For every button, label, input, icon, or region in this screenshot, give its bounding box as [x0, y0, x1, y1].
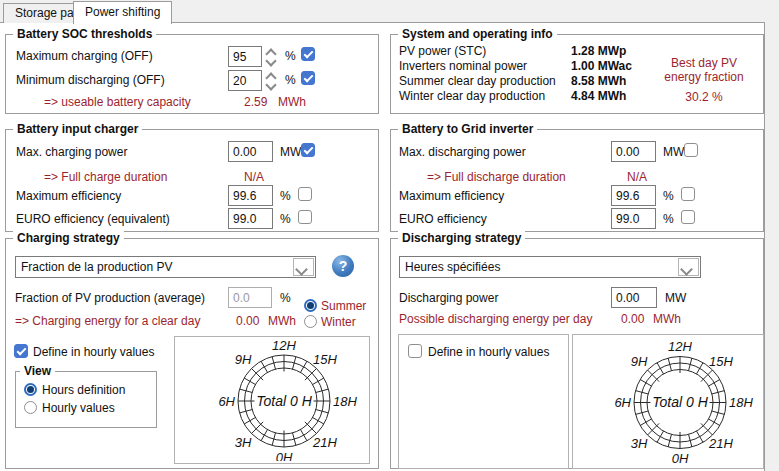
discharging-strategy-combobox[interactable]: Heures spécifiées	[399, 256, 701, 278]
hours-clock-diagram: 12H15H18H21H0H3H6H9HTotal 0 H	[175, 337, 367, 461]
max-charging-unit: %	[285, 49, 296, 63]
group-discharging-strategy: Discharging strategy Heures spécifiées D…	[390, 238, 764, 469]
view-hours-definition-radio[interactable]	[24, 383, 37, 396]
best-day-fraction-label: Best day PV energy fraction	[653, 56, 755, 84]
max-discharging-power-checkbox[interactable]	[684, 143, 698, 157]
season-winter-label: Winter	[321, 315, 356, 329]
group-title: Battery SOC thresholds	[13, 27, 156, 41]
define-hourly-checkbox[interactable]	[14, 344, 28, 358]
view-hourly-values-label: Hourly values	[42, 401, 115, 415]
max-charging-checkbox[interactable]	[301, 47, 315, 61]
max-efficiency-label: Maximum efficiency	[399, 189, 504, 203]
group-battery-input-charger: Battery input charger Max. charging powe…	[5, 129, 379, 232]
max-charging-power-input[interactable]	[228, 141, 273, 162]
svg-text:15H: 15H	[313, 352, 337, 367]
define-hourly-label: Define in hourly values	[33, 345, 154, 359]
combo-dropdown-button[interactable]	[293, 258, 314, 276]
euro-efficiency-label: EURO efficiency (equivalent)	[16, 212, 170, 226]
max-charging-power-label: Max. charging power	[16, 145, 127, 159]
useable-capacity-value: 2.59	[244, 95, 267, 109]
pv-fraction-input[interactable]	[228, 287, 272, 308]
svg-text:9H: 9H	[235, 352, 252, 367]
max-efficiency-input[interactable]	[228, 185, 273, 206]
max-efficiency-input[interactable]	[611, 185, 656, 206]
charging-energy-value: 0.00	[236, 314, 259, 328]
discharging-hours-clock: 12H15H18H21H0H3H6H9HTotal 0 H	[572, 334, 764, 469]
summer-production-label: Summer clear day production	[399, 74, 556, 88]
pv-power-label: PV power (STC)	[399, 44, 486, 58]
discharging-power-label: Discharging power	[399, 291, 498, 305]
full-discharge-duration-label: => Full discharge duration	[427, 170, 566, 184]
season-summer-radio[interactable]	[304, 299, 317, 312]
euro-efficiency-unit: %	[663, 212, 674, 226]
max-efficiency-checkbox[interactable]	[298, 187, 312, 201]
best-day-fraction-value: 30.2 %	[653, 90, 755, 104]
euro-efficiency-checkbox[interactable]	[681, 210, 695, 224]
group-title: System and operating info	[398, 27, 557, 41]
group-battery-soc-thresholds: Battery SOC thresholds Maximum charging …	[5, 34, 379, 114]
possible-energy-label: Possible discharging energy per day	[399, 312, 592, 326]
svg-text:0H: 0H	[276, 450, 293, 462]
define-hourly-checkbox[interactable]	[408, 344, 422, 358]
svg-text:0H: 0H	[672, 451, 689, 466]
min-discharging-spinner[interactable]	[264, 70, 278, 91]
svg-text:12H: 12H	[272, 338, 296, 353]
pv-power-value: 1.28 MWp	[571, 44, 626, 58]
min-discharging-input[interactable]	[228, 70, 262, 91]
euro-efficiency-unit: %	[280, 212, 291, 226]
winter-production-label: Winter clear day production	[399, 89, 545, 103]
charging-hours-clock[interactable]: 12H15H18H21H0H3H6H9HTotal 0 H	[174, 336, 370, 464]
euro-efficiency-input[interactable]	[228, 208, 273, 229]
svg-text:3H: 3H	[631, 436, 648, 451]
full-discharge-duration-value: N/A	[627, 170, 647, 184]
min-discharging-unit: %	[285, 73, 296, 87]
min-discharging-checkbox[interactable]	[301, 71, 315, 85]
view-hours-definition-label: Hours definition	[42, 383, 125, 397]
svg-text:6H: 6H	[218, 394, 235, 409]
inverters-power-label: Inverters nominal power	[399, 59, 527, 73]
possible-energy-value: 0.00	[621, 312, 644, 326]
chevron-down-icon	[680, 263, 693, 276]
season-winter-radio[interactable]	[304, 315, 317, 328]
view-hourly-values-radio[interactable]	[24, 401, 37, 414]
group-title: Battery to Grid inverter	[398, 122, 537, 136]
max-charging-spinner[interactable]	[264, 46, 278, 67]
max-charging-power-checkbox[interactable]	[301, 143, 315, 157]
hours-clock-diagram: 12H15H18H21H0H3H6H9HTotal 0 H	[573, 335, 761, 466]
useable-capacity-label: => useable battery capacity	[44, 95, 191, 109]
svg-text:15H: 15H	[709, 354, 733, 369]
full-charge-duration-label: => Full charge duration	[44, 170, 167, 184]
group-title: Discharging strategy	[398, 231, 525, 245]
svg-text:21H: 21H	[312, 435, 337, 450]
season-summer-label: Summer	[321, 299, 366, 313]
discharging-power-input[interactable]	[611, 287, 657, 308]
max-discharging-power-label: Max. discharging power	[399, 145, 526, 159]
svg-text:18H: 18H	[333, 394, 357, 409]
define-hourly-panel: Define in hourly values	[398, 334, 569, 469]
charging-strategy-combobox[interactable]: Fraction de la production PV	[15, 256, 316, 278]
pv-fraction-unit: %	[280, 291, 291, 305]
euro-efficiency-input[interactable]	[611, 208, 656, 229]
define-hourly-label: Define in hourly values	[428, 345, 549, 359]
max-discharging-power-input[interactable]	[611, 141, 656, 162]
svg-text:Total 0 H: Total 0 H	[652, 394, 708, 410]
winter-production-value: 4.84 MWh	[571, 89, 626, 103]
max-efficiency-label: Maximum efficiency	[16, 189, 121, 203]
pv-fraction-label: Fraction of PV production (average)	[15, 291, 205, 305]
charging-energy-unit: MWh	[268, 314, 296, 328]
euro-efficiency-label: EURO efficiency	[399, 212, 487, 226]
max-efficiency-unit: %	[280, 189, 291, 203]
min-discharging-label: Minimum discharging (OFF)	[16, 73, 165, 87]
tab-page-power-shifting: Battery SOC thresholds Maximum charging …	[0, 22, 765, 471]
max-charging-power-unit: MW	[280, 145, 301, 159]
group-charging-strategy: Charging strategy Fraction de la product…	[5, 238, 379, 469]
max-efficiency-checkbox[interactable]	[681, 187, 695, 201]
euro-efficiency-checkbox[interactable]	[298, 210, 312, 224]
inverters-power-value: 1.00 MWac	[571, 59, 632, 73]
possible-energy-unit: MWh	[653, 312, 681, 326]
help-icon[interactable]: ?	[332, 255, 354, 277]
tab-power-shifting[interactable]: Power shifting	[73, 1, 172, 24]
max-discharging-power-unit: MW	[663, 145, 684, 159]
combo-dropdown-button[interactable]	[678, 258, 699, 276]
max-charging-input[interactable]	[228, 46, 262, 67]
